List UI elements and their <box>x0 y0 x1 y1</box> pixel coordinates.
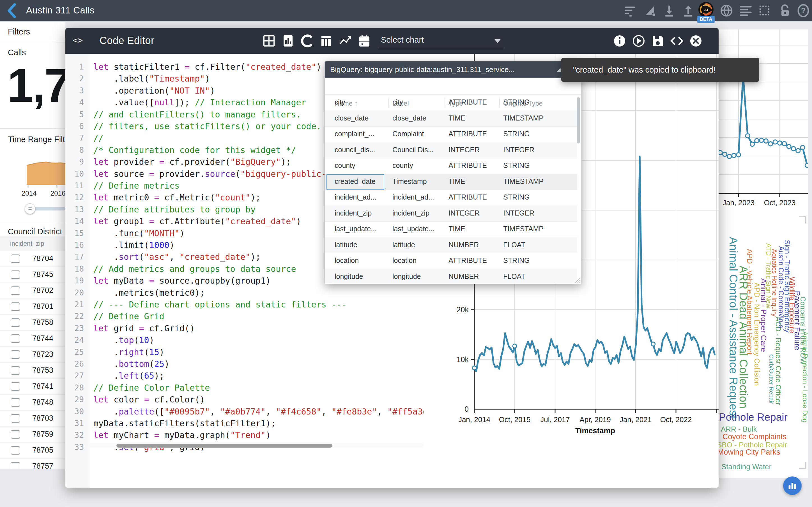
bar-chart-icon[interactable] <box>281 34 295 48</box>
lock-icon[interactable] <box>777 4 792 17</box>
line-number-gutter: 1234567891011121314151617181920212223242… <box>65 54 89 488</box>
filters-header: Filters <box>0 22 65 42</box>
checkbox[interactable] <box>11 462 20 469</box>
fields-scrollbar-thumb[interactable] <box>577 97 580 144</box>
field-row-latitude[interactable]: latitudelatitudeNUMBERFLOAT <box>325 237 577 253</box>
field-row-close_date[interactable]: close_dateclose_dateTIMETIMESTAMP <box>325 110 577 127</box>
zip-row-78704[interactable]: 78704 <box>0 250 65 267</box>
checkbox[interactable] <box>11 318 20 327</box>
pie-chart-icon[interactable] <box>300 34 314 48</box>
run-icon[interactable] <box>632 34 645 48</box>
fields-panel-header[interactable]: BigQuery: bigquery-public-data:austin_31… <box>325 61 581 78</box>
field-row-last_update...[interactable]: last_update...last_update...TIMETIMESTAM… <box>325 221 577 237</box>
zip-row-78744[interactable]: 78744 <box>0 330 65 347</box>
checkbox[interactable] <box>11 286 20 295</box>
field-cell: TIME <box>449 114 465 122</box>
add-widget-button[interactable] <box>783 476 802 495</box>
trend-icon[interactable] <box>339 34 352 48</box>
checkbox[interactable] <box>11 414 20 422</box>
cloud-label: ARR - On Call Bulk <box>806 339 808 396</box>
globe-icon[interactable] <box>719 4 734 17</box>
code-line: let provider = cf.provider("BigQuery"); <box>93 156 291 168</box>
upload-icon[interactable] <box>681 4 696 17</box>
grid-dots-icon[interactable] <box>757 4 772 17</box>
info-icon[interactable] <box>613 34 626 48</box>
background-trend-chart[interactable]: Jan, 2023Oct, 2023 <box>719 30 808 214</box>
close-icon[interactable] <box>689 34 703 48</box>
code-line: .label("Timestamp") <box>93 73 210 84</box>
field-row-complaint_...[interactable]: complaint_...ComplaintATTRIBUTESTRING <box>325 126 577 143</box>
zip-column-header[interactable]: incident_zip <box>0 236 65 251</box>
code-line: let staticFilter1 = cf.Filter("created_d… <box>93 61 321 73</box>
time-range-area-chart[interactable] <box>27 159 65 190</box>
fields-table-header: Name ↑LabelTypeOriginal Type <box>325 78 581 95</box>
checkbox[interactable] <box>11 430 20 439</box>
checkbox[interactable] <box>11 382 20 391</box>
resize-handle[interactable] <box>573 276 581 283</box>
columns-icon[interactable] <box>319 34 333 48</box>
svg-text:Jul, 2017: Jul, 2017 <box>540 415 570 424</box>
svg-text:0: 0 <box>464 405 469 413</box>
zip-row-78741[interactable]: 78741 <box>0 378 65 395</box>
line-number: 14 <box>65 216 84 227</box>
ai-assistant-icon[interactable]: AI <box>698 2 714 17</box>
scrollbar-thumb[interactable] <box>116 444 333 448</box>
zip-row-78748[interactable]: 78748 <box>0 394 65 410</box>
checkbox[interactable] <box>11 255 20 263</box>
zip-row-78759[interactable]: 78759 <box>0 426 65 443</box>
checkbox[interactable] <box>11 350 20 359</box>
checkbox[interactable] <box>11 366 20 375</box>
zip-label: 78759 <box>32 430 53 439</box>
line-number: 2 <box>65 73 84 84</box>
filter-icon[interactable] <box>623 4 638 17</box>
field-cell: STRING <box>503 130 529 138</box>
field-row-county[interactable]: countycountyATTRIBUTESTRING <box>325 158 577 174</box>
zip-row-78703[interactable]: 78703 <box>0 410 65 427</box>
line-number: 18 <box>65 263 84 275</box>
chevron-down-icon <box>495 39 501 43</box>
field-row-incident_ad...[interactable]: incident_ad...incident_ad...ATTRIBUTESTR… <box>325 189 577 206</box>
line-number: 21 <box>65 299 84 311</box>
select-chart-dropdown[interactable]: Select chart <box>378 33 503 49</box>
zip-row-78702[interactable]: 78702 <box>0 283 65 299</box>
field-row-created_date[interactable]: created_dateTimestampTIMETIMESTAMP <box>325 174 577 190</box>
calendar-icon[interactable] <box>358 34 371 48</box>
checkbox[interactable] <box>11 398 20 407</box>
zip-row-78723[interactable]: 78723 <box>0 346 65 363</box>
field-row-city[interactable]: citycityATTRIBUTESTRING <box>325 95 577 111</box>
field-cell: incident_ad... <box>392 193 434 201</box>
zip-row-78745[interactable]: 78745 <box>0 267 65 283</box>
code-line: myData.staticFilters(staticFilter1); <box>93 417 276 429</box>
field-row-location[interactable]: locationlocationATTRIBUTESTRING <box>325 253 577 269</box>
code-icon[interactable] <box>670 34 683 48</box>
zip-row-78701[interactable]: 78701 <box>0 298 65 315</box>
help-icon[interactable]: ? <box>796 4 811 17</box>
checkbox[interactable] <box>11 302 20 311</box>
field-cell: INTEGER <box>503 209 534 217</box>
chart-settings-icon[interactable] <box>643 4 657 17</box>
field-row-longitude[interactable]: longitudelongitudeNUMBERFLOAT <box>325 269 577 284</box>
field-cell: STRING <box>503 257 529 265</box>
checkbox[interactable] <box>11 271 20 279</box>
filters-label: Filters <box>8 27 30 37</box>
checkbox[interactable] <box>11 334 20 343</box>
field-cell: latitude <box>392 241 415 249</box>
list-icon[interactable] <box>739 4 753 17</box>
field-cell: STRING <box>503 161 529 170</box>
field-row-council_dis...[interactable]: council_dis...Council Dis...INTEGERINTEG… <box>325 142 577 158</box>
zip-row-78753[interactable]: 78753 <box>0 362 65 379</box>
field-row-incident_zip[interactable]: incident_zipincident_zipINTEGERINTEGER <box>325 206 577 222</box>
zip-row-78757[interactable]: 78757 <box>0 458 65 469</box>
field-cell: longitude <box>335 272 363 281</box>
zip-row-78758[interactable]: 78758 <box>0 315 65 331</box>
field-cell: council_dis... <box>335 146 375 154</box>
back-icon[interactable] <box>6 3 17 18</box>
save-icon[interactable] <box>651 34 664 48</box>
download-icon[interactable] <box>662 4 676 17</box>
table-icon[interactable] <box>262 34 276 48</box>
app-root: Austin 311 Calls AI <box>0 0 812 507</box>
zip-row-78705[interactable]: 78705 <box>0 442 65 458</box>
calls-widget: Calls 1,7 <box>0 42 65 129</box>
time-range-slider-handle[interactable]: = <box>25 204 35 214</box>
checkbox[interactable] <box>11 446 20 455</box>
